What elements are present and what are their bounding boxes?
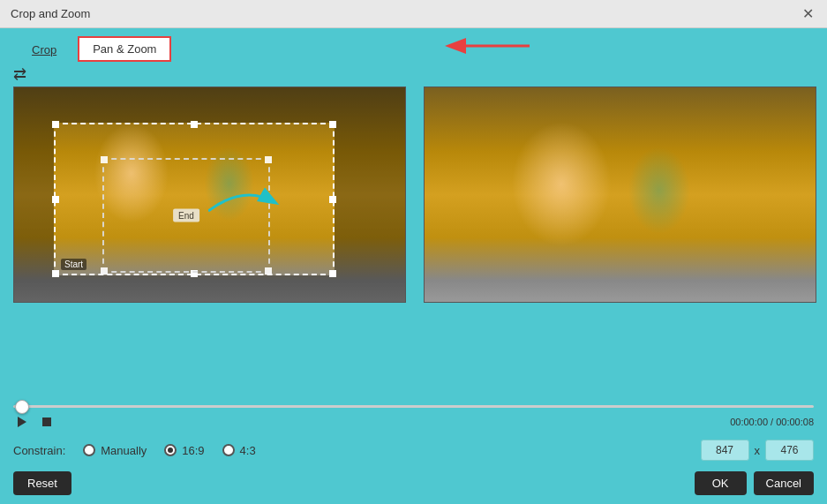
handle-tr[interactable] [329,121,336,128]
scrubber-thumb[interactable] [15,400,29,414]
radio-4-3[interactable]: 4:3 [222,444,256,457]
tab-bar: Crop Pan & Zoom [0,28,827,62]
dialog-title: Crop and Zoom [11,7,90,20]
right-video-bg [425,87,816,302]
cancel-button[interactable]: Cancel [754,471,814,495]
title-bar: Crop and Zoom ✕ [0,0,827,28]
close-button[interactable]: ✕ [799,5,816,23]
left-video-panel: Start End [13,87,406,303]
start-label: Start [61,259,86,270]
ok-button[interactable]: OK [695,471,747,495]
dimension-inputs: x [701,440,815,461]
height-input[interactable] [765,440,814,461]
radio-manually[interactable]: Manually [83,444,147,457]
constrain-label: Constrain: [13,444,65,457]
width-input[interactable] [701,440,749,461]
stop-button[interactable] [38,413,56,431]
stop-icon [41,417,52,427]
radio-manually-indicator[interactable] [83,444,95,456]
end-handle-br[interactable] [265,267,272,275]
end-label: End [173,209,199,222]
play-icon [16,416,28,428]
svg-rect-3 [42,417,51,426]
dimension-separator: x [755,444,761,457]
person-silhouette-right [425,87,816,302]
play-button[interactable] [13,413,31,431]
ok-cancel-group: OK Cancel [695,471,814,495]
playback-row: 00:00:00 / 00:00:08 [0,411,827,436]
scrubber-row [0,398,827,411]
highlight-arrow [432,28,538,72]
tab-pan-zoom[interactable]: Pan & Zoom [78,36,171,62]
radio-16-9-indicator[interactable] [164,444,177,456]
repeat-icon[interactable]: ⇄ [13,64,26,84]
handle-br[interactable] [329,270,336,277]
pan-arrow [208,184,279,220]
scrubber-track[interactable] [13,405,814,408]
right-video-panel [424,87,816,303]
bottom-section: 00:00:00 / 00:00:08 Constrain: Manually … [0,398,827,504]
buttons-row: Reset OK Cancel [0,468,827,504]
toolbar-row: ⇄ [0,62,827,87]
radio-4-3-label: 4:3 [240,444,256,457]
time-display: 00:00:00 / 00:00:08 [730,417,814,427]
end-handle-bl[interactable] [101,267,108,275]
handle-mr[interactable] [329,196,336,203]
end-handle-tl[interactable] [101,156,108,163]
handle-tl[interactable] [52,121,59,128]
handle-bl[interactable] [52,270,59,277]
radio-manually-label: Manually [101,444,147,457]
reset-button[interactable]: Reset [13,471,71,495]
tab-crop[interactable]: Crop [18,38,71,62]
radio-16-9[interactable]: 16:9 [164,444,204,457]
playback-controls [13,413,56,431]
main-content: Start End [0,87,827,303]
svg-marker-2 [18,417,26,427]
constrain-row: Constrain: Manually 16:9 4:3 x [0,436,827,468]
handle-ml[interactable] [52,196,59,203]
radio-4-3-indicator[interactable] [222,444,235,456]
left-video-bg: Start End [14,87,405,302]
end-handle-tr[interactable] [265,156,272,163]
radio-16-9-label: 16:9 [182,444,204,457]
handle-tm[interactable] [191,121,198,128]
